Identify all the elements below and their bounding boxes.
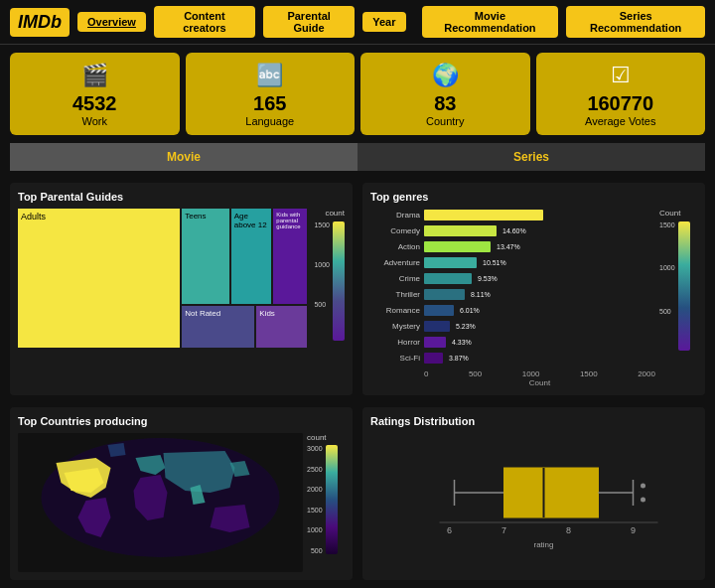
bar-horror: Horror 4.33% [370, 336, 655, 349]
boxplot-container: 6 7 8 9 rating [370, 433, 697, 562]
ratings-title: Ratings Distribution [370, 415, 697, 427]
countries-legend-2500: 2500 [307, 466, 323, 473]
genres-title: Top genres [370, 191, 697, 203]
genre-bar-chart: Drama Comedy 14.60% Action 13.47% [370, 209, 655, 368]
bar-thriller: Thriller 8.11% [370, 288, 655, 301]
svg-point-7 [641, 484, 645, 489]
treemap-kids: Kids [256, 306, 307, 348]
svg-text:8: 8 [566, 525, 571, 535]
treemap-parental: Kids with parental guidance [273, 209, 307, 304]
bar-scifi: Sci-Fi 3.87% [370, 352, 655, 365]
stat-card-country: 🌍 83 Country [360, 53, 530, 135]
country-icon: 🌍 [432, 63, 459, 88]
header: IMDb Overview Content creators Parental … [0, 0, 715, 45]
countries-legend-2000: 2000 [307, 486, 323, 493]
treemap-right: Teens Age above 12 Kids with parental gu… [182, 209, 307, 348]
tab-row: Movie Series [0, 143, 715, 177]
parental-legend-500: 500 [314, 301, 330, 308]
country-label: Country [426, 115, 465, 127]
world-map-svg [18, 433, 303, 562]
votes-value: 160770 [587, 92, 653, 115]
parental-legend-1500: 1500 [314, 221, 330, 228]
svg-text:rating: rating [533, 540, 553, 549]
bar-comedy: Comedy 14.60% [370, 224, 655, 237]
svg-text:6: 6 [447, 525, 452, 535]
countries-legend-count: count [307, 433, 327, 442]
votes-icon: ☑ [611, 63, 631, 88]
svg-point-8 [641, 498, 645, 503]
stat-cards-row: 🎬 4532 Work 🔤 165 Language 🌍 83 Country … [0, 45, 715, 143]
bar-mystery: Mystery 5.23% [370, 320, 655, 333]
country-value: 83 [434, 92, 456, 115]
genres-x-title: Count [370, 378, 655, 387]
votes-label: Average Votes [585, 115, 655, 127]
nav-overview[interactable]: Overview [77, 12, 146, 32]
treemap-notrated: Not Rated [182, 306, 254, 348]
bar-action: Action 13.47% [370, 240, 655, 253]
bar-drama: Drama [370, 209, 655, 221]
tab-series[interactable]: Series [358, 143, 705, 171]
svg-text:7: 7 [501, 525, 506, 535]
stat-card-votes: ☑ 160770 Average Votes [536, 53, 706, 135]
movie-recommendation-btn[interactable]: Movie Recommendation [422, 6, 559, 38]
parental-legend-title: count [325, 209, 345, 218]
imdb-logo: IMDb [10, 8, 70, 37]
stat-card-work: 🎬 4532 Work [10, 53, 180, 135]
parental-guide-panel: Top Parental Guides Adults Teens Age abo… [10, 183, 353, 395]
series-recommendation-btn[interactable]: Series Recommendation [566, 6, 705, 38]
parental-guide-title: Top Parental Guides [18, 191, 345, 203]
bottom-charts-row: Top Countries producing [0, 401, 715, 586]
work-value: 4532 [72, 92, 117, 115]
genres-panel: Top genres Drama Comedy 14.60% [362, 183, 705, 395]
treemap-adults: Adults [18, 209, 180, 348]
language-icon: 🔤 [256, 63, 283, 88]
countries-panel: Top Countries producing [10, 407, 353, 580]
genres-legend-1000: 1000 [659, 264, 675, 271]
genres-x-axis: 0 500 1000 1500 2000 [370, 369, 655, 378]
tab-movie[interactable]: Movie [10, 143, 358, 171]
svg-text:9: 9 [631, 525, 636, 535]
treemap-bottom: Not Rated Kids [182, 306, 307, 348]
work-icon: 🎬 [81, 63, 108, 88]
language-label: Language [245, 115, 294, 127]
svg-rect-3 [504, 468, 599, 517]
countries-legend-500: 500 [307, 547, 323, 554]
genres-legend-1500: 1500 [659, 221, 675, 228]
language-value: 165 [253, 92, 286, 115]
boxplot-svg: 6 7 8 9 rating [370, 438, 697, 557]
nav-content-creators[interactable]: Content creators [154, 6, 255, 38]
top-charts-row: Top Parental Guides Adults Teens Age abo… [0, 177, 715, 401]
ratings-panel: Ratings Distribution [362, 407, 705, 580]
treemap-age12: Age above 12 [231, 209, 272, 304]
countries-legend-1500: 1500 [307, 507, 323, 514]
work-label: Work [82, 115, 107, 127]
stat-card-language: 🔤 165 Language [186, 53, 356, 135]
genres-legend-title: Count [659, 209, 680, 218]
nav-year[interactable]: Year [362, 12, 405, 32]
treemap-teens: Teens [182, 209, 229, 304]
countries-legend-3000: 3000 [307, 445, 323, 452]
bar-crime: Crime 9.53% [370, 272, 655, 285]
bar-romance: Romance 6.01% [370, 304, 655, 317]
bar-adventure: Adventure 10.51% [370, 256, 655, 269]
countries-legend-1000: 1000 [307, 526, 323, 533]
countries-title: Top Countries producing [18, 415, 345, 427]
nav-parental-guide[interactable]: Parental Guide [263, 6, 355, 38]
genres-legend-500: 500 [659, 308, 675, 315]
parental-legend-1000: 1000 [314, 261, 330, 268]
